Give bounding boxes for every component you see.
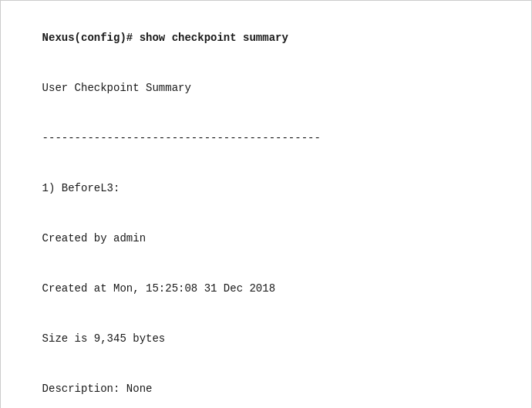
user-checkpoint-number: 1) BeforeL3: <box>42 182 120 194</box>
command-line: Nexus(config)# show checkpoint summary <box>42 32 288 44</box>
user-size: Size is 9,345 bytes <box>42 332 166 345</box>
user-section-header: User Checkpoint Summary <box>42 82 191 94</box>
user-created-at: Created at Mon, 15:25:08 31 Dec 2018 <box>42 282 275 295</box>
user-separator: ----------------------------------------… <box>42 132 321 144</box>
user-created-by: Created by admin <box>42 232 146 244</box>
user-description: Description: None <box>42 383 153 395</box>
terminal-window: lead4Pass.com Nexus(config)# show checkp… <box>0 0 532 408</box>
terminal-content: Nexus(config)# show checkpoint summary U… <box>16 13 516 408</box>
